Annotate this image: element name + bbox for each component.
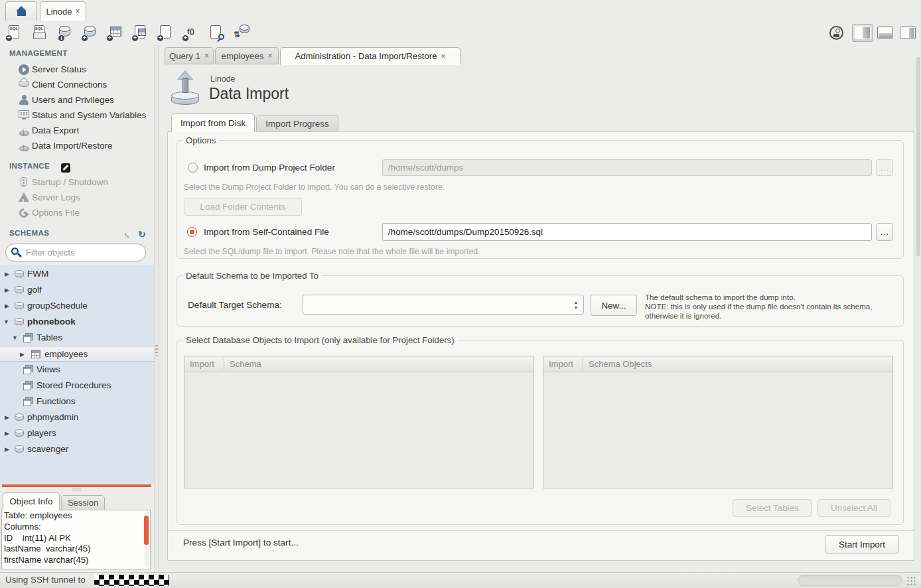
browse-file-button[interactable]: … bbox=[876, 223, 893, 241]
tree-item-views[interactable]: Views bbox=[0, 362, 154, 378]
scrollbar-track[interactable] bbox=[145, 512, 149, 567]
close-icon[interactable]: × bbox=[204, 51, 209, 60]
tree-item-phonebook[interactable]: ▼ phonebook bbox=[0, 314, 154, 330]
chevron-right-icon[interactable]: ▶ bbox=[5, 425, 9, 441]
tab-import-progress[interactable]: Import Progress bbox=[256, 115, 338, 132]
status-bar: Using SSH tunnel to bbox=[0, 572, 921, 588]
radio-import-folder[interactable] bbox=[188, 163, 198, 173]
tree-item-fwm[interactable]: ▶ FWM bbox=[0, 266, 154, 282]
create-table-icon[interactable]: + bbox=[106, 25, 125, 42]
object-info-panel: Table: employees Columns: ID int(11) AI … bbox=[1, 510, 151, 569]
refresh-schemas-icon[interactable]: ↻ bbox=[138, 229, 146, 240]
chevron-right-icon[interactable]: ▶ bbox=[5, 441, 9, 457]
close-icon[interactable]: × bbox=[76, 7, 80, 16]
tables-group-icon bbox=[23, 333, 33, 342]
chevron-right-icon[interactable]: ▶ bbox=[5, 298, 9, 314]
toggle-right-sidebar-button[interactable] bbox=[900, 27, 916, 39]
editor-tab-administration[interactable]: Administration - Data Import/Restore × bbox=[280, 47, 460, 65]
connection-tab-linode[interactable]: Linode × bbox=[40, 1, 86, 21]
scrollbar-thumb[interactable] bbox=[144, 516, 149, 545]
tree-item-golf[interactable]: ▶ golf bbox=[0, 282, 154, 298]
object-info-line: Table: employees bbox=[2, 510, 150, 522]
tree-item-functions[interactable]: Functions bbox=[0, 394, 154, 409]
schema-select-table[interactable]: Import Schema bbox=[184, 356, 534, 488]
object-info-line: ID int(11) AI PK bbox=[2, 533, 150, 544]
tab-object-info[interactable]: Object Info bbox=[3, 492, 60, 510]
expand-panel-icon[interactable]: ↔ bbox=[121, 228, 135, 242]
start-import-button[interactable]: Start Import bbox=[825, 535, 899, 553]
default-target-schema-select[interactable]: ▲▼ bbox=[303, 295, 584, 315]
create-view-icon[interactable]: + bbox=[131, 25, 150, 42]
sidebar-item-status-variables[interactable]: Status and System Variables bbox=[0, 108, 154, 123]
toggle-bottom-panel-button[interactable] bbox=[877, 27, 893, 39]
tree-item-tables[interactable]: ▼ Tables bbox=[0, 330, 154, 346]
default-target-schema-label: Default Target Schema: bbox=[188, 300, 282, 310]
create-function-icon[interactable]: f()+ bbox=[182, 25, 200, 42]
tree-item-stored-procedures[interactable]: Stored Procedures bbox=[0, 378, 154, 394]
new-query-tab-icon[interactable]: SQL+ bbox=[5, 25, 24, 42]
chevron-down-icon[interactable]: ▼ bbox=[12, 330, 18, 346]
editor-tab-query1[interactable]: Query 1 × bbox=[165, 47, 214, 64]
objects-legend: Select Database Objects to Import (only … bbox=[182, 335, 458, 345]
toolbar: SQL+ SQL i + + + + f()+ ⇅ bbox=[0, 21, 921, 45]
search-data-icon[interactable] bbox=[207, 25, 226, 42]
browse-folder-button[interactable]: … bbox=[876, 159, 893, 176]
chevron-down-icon[interactable]: ▼ bbox=[3, 314, 9, 330]
splitter-handle[interactable] bbox=[72, 488, 81, 492]
create-schema-icon[interactable]: + bbox=[81, 25, 100, 42]
dba-badge-icon[interactable] bbox=[829, 26, 843, 40]
close-icon[interactable]: × bbox=[267, 51, 272, 60]
new-schema-button[interactable]: New... bbox=[591, 295, 637, 316]
schema-objects-table[interactable]: Import Schema Objects bbox=[543, 356, 893, 488]
spinner-icon[interactable]: ▲▼ bbox=[569, 295, 583, 314]
tree-item-phpmyadmin[interactable]: ▶ phpmyadmin bbox=[0, 409, 154, 425]
create-procedure-icon[interactable]: + bbox=[157, 25, 175, 42]
panel-splitter[interactable] bbox=[154, 45, 159, 572]
folder-path-input[interactable] bbox=[382, 159, 872, 176]
radio-import-file-label[interactable]: Import from Self-Contained File bbox=[204, 227, 329, 237]
close-icon[interactable]: × bbox=[441, 52, 446, 61]
sidebar-item-startup-shutdown[interactable]: Startup / Shutdown bbox=[0, 175, 154, 190]
chevron-right-icon[interactable]: ▶ bbox=[5, 266, 9, 282]
reconnect-dbms-icon[interactable]: ⇅ bbox=[234, 25, 252, 42]
sidebar-item-data-import-restore[interactable]: Data Import/Restore bbox=[0, 138, 154, 153]
sidebar-item-server-logs[interactable]: Server Logs bbox=[0, 190, 154, 205]
schema-icon bbox=[15, 414, 24, 421]
folder-help-text: Select the Dump Project Folder to import… bbox=[184, 183, 445, 192]
toggle-left-sidebar-button[interactable] bbox=[852, 24, 873, 42]
select-tables-button[interactable]: Select Tables bbox=[733, 499, 812, 517]
home-tab[interactable] bbox=[5, 1, 37, 21]
tree-item-employees[interactable]: ▶ employees bbox=[0, 346, 154, 362]
tree-item-groupschedule[interactable]: ▶ groupSchedule bbox=[0, 298, 154, 314]
main-scrollbar-thumb[interactable] bbox=[916, 57, 920, 256]
file-path-input[interactable] bbox=[382, 223, 872, 241]
schema-icon bbox=[15, 271, 24, 277]
editor-tab-employees[interactable]: employees × bbox=[215, 47, 279, 64]
inspect-database-icon[interactable]: i bbox=[56, 25, 74, 42]
sidebar-item-options-file[interactable]: Options File bbox=[0, 205, 154, 220]
open-sql-script-icon[interactable]: SQL bbox=[31, 25, 49, 42]
tab-session[interactable]: Session bbox=[61, 495, 105, 510]
object-info-line: firstName varchar(45) bbox=[2, 555, 150, 566]
radio-import-file[interactable] bbox=[187, 227, 197, 237]
chevron-right-icon[interactable]: ▶ bbox=[5, 409, 9, 425]
filter-objects-input[interactable] bbox=[26, 246, 139, 259]
radio-import-folder-label[interactable]: Import from Dump Project Folder bbox=[204, 163, 335, 173]
tab-import-from-disk[interactable]: Import from Disk bbox=[171, 113, 255, 132]
chevron-right-icon[interactable]: ▶ bbox=[5, 282, 9, 298]
tree-item-players[interactable]: ▶ players bbox=[0, 425, 154, 441]
default-schema-legend: Default Schema to be Imported To bbox=[182, 271, 322, 281]
main-scrollbar-track[interactable] bbox=[916, 45, 921, 572]
unselect-all-button[interactable]: Unselect All bbox=[817, 499, 890, 517]
home-icon bbox=[16, 7, 27, 16]
sidebar-item-client-connections[interactable]: Client Connections bbox=[0, 77, 154, 92]
table-header: Import Schema Objects bbox=[543, 356, 892, 372]
load-folder-contents-button[interactable]: Load Folder Contents bbox=[184, 198, 302, 216]
resize-grip[interactable] bbox=[906, 576, 917, 586]
schema-icon bbox=[15, 319, 24, 325]
chevron-right-icon[interactable]: ▶ bbox=[20, 346, 25, 362]
sidebar-item-server-status[interactable]: Server Status bbox=[0, 62, 154, 77]
sidebar-item-users-privileges[interactable]: Users and Privileges bbox=[0, 92, 154, 108]
sidebar-item-data-export[interactable]: Data Export bbox=[0, 123, 154, 138]
tree-item-scavenger[interactable]: ▶ scavenger bbox=[0, 441, 154, 457]
